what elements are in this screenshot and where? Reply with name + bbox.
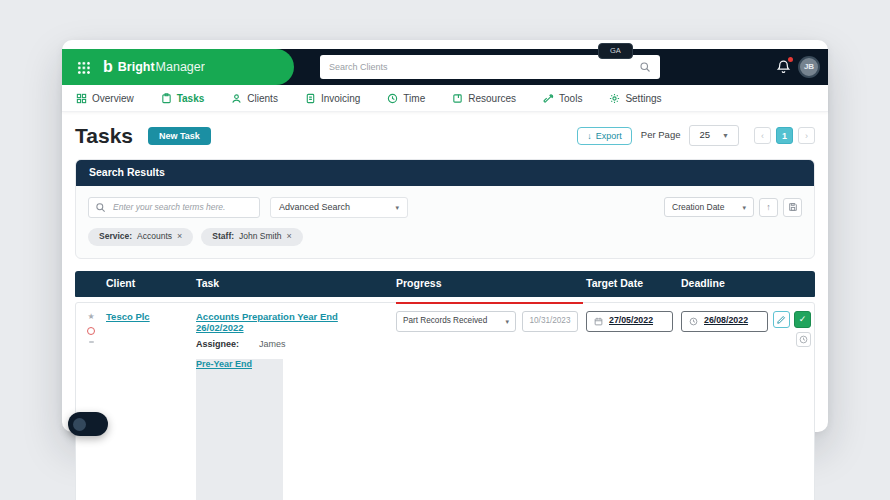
alert-circle-icon (87, 327, 95, 335)
export-button[interactable]: ↓ Export (577, 127, 632, 145)
filter-chip-staff[interactable]: Staff: John Smith × (201, 228, 303, 246)
chevron-down-icon: ▾ (395, 203, 399, 212)
chat-launcher[interactable] (68, 412, 108, 436)
nav-label: Time (403, 92, 425, 105)
table-header: Client Task Progress Target Date Deadlin… (75, 271, 815, 297)
save-icon (788, 202, 798, 212)
deadline-value: 26/08/2022 (704, 315, 748, 326)
tasks-icon (161, 93, 172, 104)
sort-direction-button[interactable]: ↑ (759, 198, 778, 217)
top-bar: b BrightManager GA JB (62, 49, 828, 85)
clients-icon (231, 93, 242, 104)
stage-line: Pre-Year End Subtasks: 2/5 16/08/2022 (196, 359, 384, 500)
resources-icon (452, 93, 463, 104)
col-header-deadline: Deadline (680, 277, 775, 291)
per-page-select[interactable]: 25 ▼ (689, 125, 739, 145)
app-window: b BrightManager GA JB Overview (62, 40, 828, 432)
stage-link[interactable]: Pre-Year End (196, 359, 283, 500)
chat-avatar-icon (73, 418, 86, 431)
filter-chips: Service: Accounts × Staff: John Smith × (88, 228, 802, 246)
filter-chip-service[interactable]: Service: Accounts × (88, 228, 193, 246)
nav-item-tools[interactable]: Tools (543, 92, 582, 105)
col-header-client: Client (105, 277, 195, 291)
sort-by-select[interactable]: Creation Date ▾ (664, 197, 754, 217)
chevron-down-icon: ▼ (722, 131, 729, 140)
deadline-input[interactable]: 26/08/2022 (681, 311, 768, 332)
per-page-label: Per Page (641, 129, 681, 141)
chip-label: Staff: (212, 231, 234, 242)
global-search-input[interactable] (329, 62, 639, 72)
tasks-table: Client Task Progress Target Date Deadlin… (75, 271, 815, 500)
brand-logo: b BrightManager (103, 59, 205, 75)
edit-task-button[interactable] (773, 311, 790, 328)
search-terms-field (88, 197, 260, 218)
next-page-button[interactable]: › (798, 127, 815, 144)
advanced-search-select[interactable]: Advanced Search ▾ (270, 197, 408, 218)
search-results-body: Advanced Search ▾ Creation Date ▾ ↑ (76, 186, 814, 258)
nav-item-overview[interactable]: Overview (76, 92, 134, 105)
page-content: Tasks New Task ↓ Export Per Page 25 ▼ ‹ … (62, 112, 828, 500)
search-controls-row: Advanced Search ▾ Creation Date ▾ ↑ (88, 197, 802, 218)
calendar-icon (594, 317, 603, 326)
assignee-label: Assignee: (196, 339, 239, 351)
search-icon (95, 202, 106, 213)
settings-gear-icon (609, 93, 620, 104)
chevron-down-icon: ▾ (505, 317, 509, 326)
target-date-input[interactable]: 27/05/2022 (586, 311, 673, 332)
nav-item-resources[interactable]: Resources (452, 92, 516, 105)
remove-chip-icon[interactable]: × (177, 231, 182, 243)
nav-label: Tools (559, 92, 582, 105)
search-terms-input[interactable] (88, 197, 260, 218)
nav-label: Resources (468, 92, 516, 105)
overview-icon (76, 93, 87, 104)
page-title: Tasks (75, 122, 133, 149)
nav-item-clients[interactable]: Clients (231, 92, 278, 105)
time-icon (387, 93, 398, 104)
nav-item-tasks[interactable]: Tasks (161, 92, 205, 105)
pagination: ‹ 1 › (754, 127, 815, 144)
new-task-button[interactable]: New Task (148, 127, 211, 145)
status-value: Part Records Received (403, 316, 487, 327)
advanced-search-label: Advanced Search (279, 202, 350, 214)
complete-task-button[interactable]: ✓ (794, 311, 811, 328)
export-label: Export (596, 131, 622, 141)
chip-label: Service: (99, 231, 132, 242)
current-page-button[interactable]: 1 (776, 127, 793, 144)
pencil-icon (777, 315, 786, 324)
nav-label: Clients (247, 92, 278, 105)
target-date-value: 27/05/2022 (609, 315, 653, 326)
save-search-button[interactable] (783, 198, 802, 217)
task-title-link[interactable]: Accounts Preparation Year End 26/02/2022 (196, 311, 384, 334)
timer-button[interactable] (796, 332, 811, 347)
nav-item-time[interactable]: Time (387, 92, 425, 105)
table-row: ★ Tesco Plc Accounts Preparation Year En… (75, 302, 815, 500)
per-page-value: 25 (699, 129, 710, 141)
client-link[interactable]: Tesco Plc (106, 311, 150, 322)
prev-page-button[interactable]: ‹ (754, 127, 771, 144)
col-header-target-date: Target Date (585, 277, 680, 291)
user-avatar[interactable]: JB (798, 56, 820, 78)
chip-value: Accounts (137, 231, 172, 242)
nav-item-settings[interactable]: Settings (609, 92, 661, 105)
list-tools: ↓ Export Per Page 25 ▼ ‹ 1 › (577, 125, 815, 145)
chip-value: John Smith (239, 231, 282, 242)
remove-chip-icon[interactable]: × (287, 231, 292, 243)
clock-icon (689, 317, 698, 326)
row-collapse-handle[interactable] (89, 341, 94, 343)
page-title-row: Tasks New Task ↓ Export Per Page 25 ▼ ‹ … (75, 122, 815, 149)
status-date-input[interactable]: 10/31/2023 (522, 311, 578, 332)
brand-name-bold: Bright (118, 60, 155, 74)
notification-dot (788, 57, 793, 62)
chevron-down-icon: ▾ (742, 203, 746, 212)
sort-by-value: Creation Date (672, 202, 724, 213)
star-icon[interactable]: ★ (87, 313, 94, 321)
nav-label: Invoicing (321, 92, 360, 105)
assignee-value: James (259, 339, 286, 351)
brand-name-light: Manager (156, 60, 205, 74)
status-select[interactable]: Part Records Received ▾ (396, 311, 516, 332)
tools-icon (543, 93, 554, 104)
notifications-bell-icon[interactable] (776, 59, 792, 75)
nav-item-invoicing[interactable]: Invoicing (305, 92, 360, 105)
brand-logo-icon: b (103, 59, 113, 75)
app-grid-icon[interactable] (77, 61, 90, 74)
